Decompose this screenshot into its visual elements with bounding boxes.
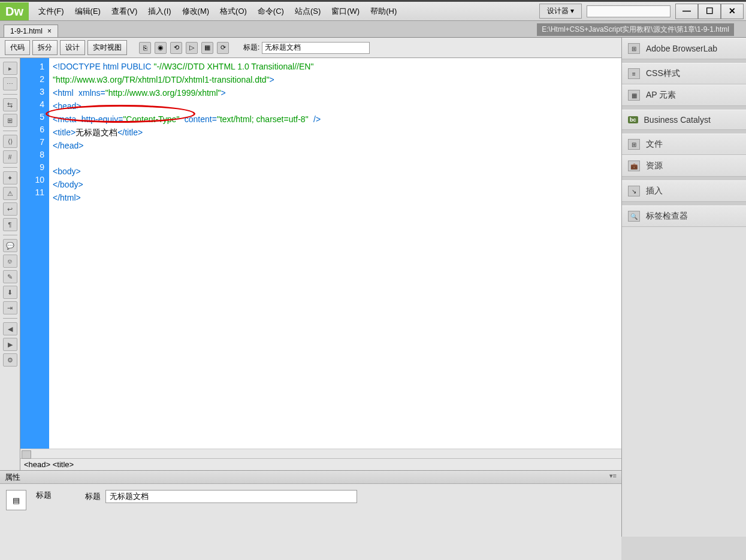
document-title-input[interactable] <box>262 42 370 54</box>
menu-items: 文件(F) 编辑(E) 查看(V) 插入(I) 修改(M) 格式(O) 命令(C… <box>34 4 401 19</box>
properties-panel: 属性 ▾≡ ▤ 标题 标题 <box>0 470 621 560</box>
panel-label: 标签检查器 <box>646 211 688 222</box>
css-icon: ≡ <box>628 68 640 79</box>
dreamweaver-logo: Dw <box>0 2 29 20</box>
panel-files[interactable]: ⊞文件 <box>622 134 746 155</box>
insert-icon: ↘ <box>628 186 640 196</box>
panel-assets[interactable]: 💼资源 <box>622 155 746 177</box>
file-tab-label: 1-9-1.html <box>10 27 43 35</box>
panel-css-styles[interactable]: ≡CSS样式 <box>622 63 746 84</box>
indent-right-icon[interactable]: ▶ <box>3 338 17 351</box>
browserlab-icon: ⊞ <box>628 43 640 54</box>
open-documents-icon[interactable]: ▸ <box>3 62 17 75</box>
comment-icon[interactable]: 💬 <box>3 239 17 252</box>
panel-label: AP 元素 <box>646 90 676 101</box>
file-tab[interactable]: 1-9-1.html × <box>4 25 58 37</box>
panel-browserlab[interactable]: ⊞Adobe BrowserLab <box>622 38 746 59</box>
search-input[interactable] <box>587 5 671 17</box>
panel-label: CSS样式 <box>646 68 680 79</box>
bc-icon: bc <box>628 116 638 123</box>
files-icon: ⊞ <box>628 139 640 150</box>
move-css-icon[interactable]: ⬇ <box>3 286 17 299</box>
menu-view[interactable]: 查看(V) <box>107 4 142 19</box>
select-parent-icon[interactable]: ⊞ <box>3 114 17 127</box>
wrap-tag-icon[interactable]: ⎊ <box>3 255 17 268</box>
panel-tag-inspector[interactable]: 🔍标签检查器 <box>622 205 746 227</box>
highlight-icon[interactable]: ✦ <box>3 171 17 184</box>
property-category-icon[interactable]: ▤ <box>6 490 26 510</box>
panel-menu-icon[interactable]: ▾≡ <box>609 472 617 482</box>
refresh-icon[interactable]: ⟳ <box>217 42 229 54</box>
menu-commands[interactable]: 命令(C) <box>253 4 289 19</box>
minimize-button[interactable]: — <box>675 4 698 19</box>
menu-site[interactable]: 站点(S) <box>290 4 325 19</box>
panel-label: 插入 <box>646 186 663 196</box>
word-wrap-icon[interactable]: ↩ <box>3 202 17 216</box>
panel-business-catalyst[interactable]: bcBusiness Catalyst <box>622 110 746 130</box>
indent-icon[interactable]: ⇥ <box>3 301 17 314</box>
toolbar-icon-4[interactable]: ▷ <box>186 42 198 54</box>
menu-modify[interactable]: 修改(M) <box>177 4 215 19</box>
globe-icon[interactable]: ◉ <box>155 42 167 54</box>
menu-window[interactable]: 窗口(W) <box>327 4 364 19</box>
collapse-icon[interactable]: ⋯ <box>3 77 17 90</box>
panel-insert[interactable]: ↘插入 <box>622 180 746 202</box>
file-path-display: E:\Html+CSS+JavaScript实用教程\源文件\第1章\1-9-1… <box>537 23 734 36</box>
property-label-title1: 标题 <box>36 490 52 501</box>
syntax-error-icon[interactable]: ⚠ <box>3 187 17 200</box>
line-number-gutter: 1234567891011 <box>20 58 49 449</box>
panel-label: Adobe BrowserLab <box>646 44 717 53</box>
panel-label: Business Catalyst <box>644 115 711 125</box>
document-tab-bar: 1-9-1.html × E:\Html+CSS+JavaScript实用教程\… <box>0 21 746 38</box>
title-label: 标题: <box>243 43 259 53</box>
toolbar-icon-5[interactable]: ▦ <box>201 42 213 54</box>
maximize-button[interactable]: ☐ <box>698 4 721 19</box>
properties-header[interactable]: 属性 ▾≡ <box>0 471 621 484</box>
menu-file[interactable]: 文件(F) <box>34 4 69 19</box>
code-view-button[interactable]: 代码 <box>5 40 30 55</box>
line-numbers-icon[interactable]: # <box>3 150 17 164</box>
toolbar-icon-3[interactable]: ⟲ <box>170 42 182 54</box>
ap-icon: ▦ <box>628 90 640 101</box>
toolbar-icon-1[interactable]: ⎘ <box>139 42 151 54</box>
hidden-chars-icon[interactable]: ¶ <box>3 218 17 231</box>
panel-ap-elements[interactable]: ▦AP 元素 <box>622 84 746 106</box>
close-button[interactable]: ✕ <box>721 4 744 19</box>
assets-icon: 💼 <box>628 161 640 171</box>
tag-breadcrumb[interactable]: <head> <title> <box>24 460 74 469</box>
menu-help[interactable]: 帮助(H) <box>366 4 401 19</box>
live-view-button[interactable]: 实时视图 <box>87 40 127 55</box>
split-view-button[interactable]: 拆分 <box>32 40 58 55</box>
recent-snippets-icon[interactable]: ✎ <box>3 270 17 283</box>
menu-insert[interactable]: 插入(I) <box>143 4 176 19</box>
design-view-button[interactable]: 设计 <box>60 40 85 55</box>
tag-inspector-icon: 🔍 <box>628 211 640 222</box>
expand-all-icon[interactable]: ⇆ <box>3 98 17 111</box>
panel-label: 文件 <box>646 139 663 150</box>
file-tab-close-icon[interactable]: × <box>47 27 52 35</box>
menu-format[interactable]: 格式(O) <box>215 4 252 19</box>
right-panel-dock: ⊞Adobe BrowserLab ≡CSS样式 ▦AP 元素 bcBusine… <box>621 38 746 537</box>
workspace-switcher[interactable]: 设计器 ▾ <box>539 4 582 19</box>
balance-braces-icon[interactable]: ⟨⟩ <box>3 135 17 148</box>
property-label-title2: 标题 <box>85 491 101 502</box>
code-toolbar: ▸ ⋯ ⇆ ⊞ ⟨⟩ # ✦ ⚠ ↩ ¶ 💬 ⎊ ✎ ⬇ ⇥ ◀ ▶ ⚙ <box>0 58 20 470</box>
format-code-icon[interactable]: ⚙ <box>3 353 17 367</box>
panel-label: 资源 <box>646 161 663 171</box>
properties-title: 属性 <box>5 472 20 482</box>
menu-edit[interactable]: 编辑(E) <box>70 4 105 19</box>
outdent-left-icon[interactable]: ◀ <box>3 322 17 335</box>
property-title-input[interactable] <box>105 490 357 503</box>
menubar: Dw 文件(F) 编辑(E) 查看(V) 插入(I) 修改(M) 格式(O) 命… <box>0 2 746 21</box>
